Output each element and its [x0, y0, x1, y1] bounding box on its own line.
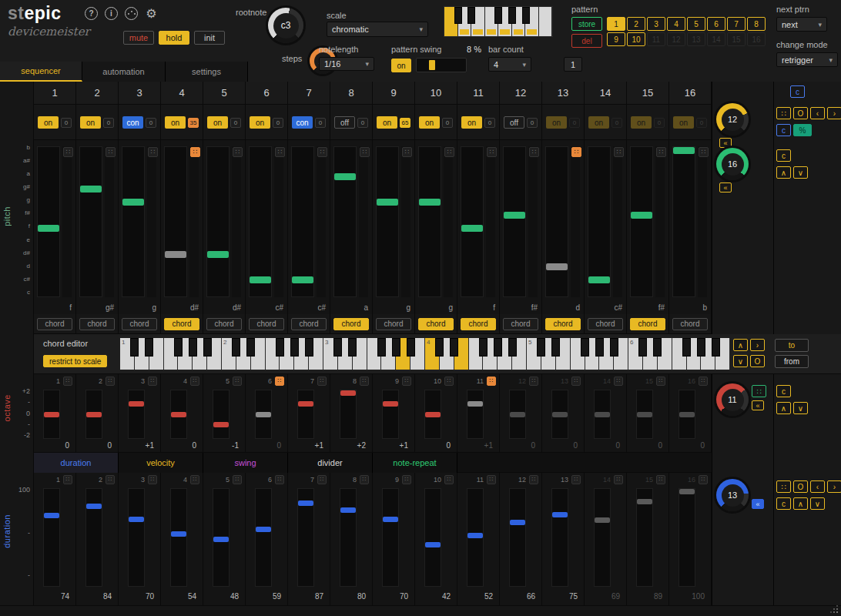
dice-icon[interactable]: ∷: [571, 377, 581, 386]
chord-button[interactable]: chord: [672, 318, 708, 330]
gate-button[interactable]: on: [165, 116, 186, 129]
gate-value-badge[interactable]: 0: [357, 118, 368, 128]
pitch-slider-handle[interactable]: [122, 199, 144, 206]
chord-button[interactable]: chord: [37, 318, 72, 330]
dice-icon[interactable]: ∷: [614, 147, 624, 157]
pitch-slider-handle[interactable]: [334, 173, 356, 180]
mute-button[interactable]: mute: [123, 31, 154, 45]
chord-button[interactable]: chord: [333, 318, 369, 330]
pitch-slider[interactable]: [164, 146, 187, 297]
copy-row-button[interactable]: c: [790, 85, 805, 98]
gate-button[interactable]: on: [419, 116, 440, 129]
copy-button[interactable]: c: [776, 124, 791, 136]
octave-slider-handle[interactable]: [467, 401, 483, 407]
duration-slider[interactable]: [678, 488, 695, 587]
random-dice-button[interactable]: ∷: [752, 385, 766, 397]
pattern-delete-button[interactable]: del: [571, 34, 602, 48]
octave-slider[interactable]: [85, 390, 102, 439]
octave-up-button[interactable]: ∧: [776, 402, 791, 414]
octave-length-knob[interactable]: 11: [716, 383, 749, 416]
pattern-button-5[interactable]: 5: [687, 17, 705, 31]
octave-slider[interactable]: [297, 390, 314, 439]
chord-button[interactable]: chord: [503, 318, 538, 330]
midi-icon[interactable]: [125, 7, 138, 20]
pitch-slider-handle[interactable]: [673, 147, 695, 154]
piano-key-black[interactable]: [508, 338, 517, 357]
pitch-slider-handle[interactable]: [504, 212, 525, 219]
gate-button[interactable]: con: [292, 116, 313, 129]
duration-slider-handle[interactable]: [637, 499, 652, 504]
octave-slider-handle[interactable]: [340, 390, 356, 396]
octave-slider-handle[interactable]: [425, 412, 441, 417]
duration-slider-handle[interactable]: [298, 500, 313, 506]
piano-key-black[interactable]: [333, 338, 342, 357]
dice-icon[interactable]: ∷: [233, 475, 242, 484]
octave-slider-handle[interactable]: [298, 401, 313, 407]
octave-slider[interactable]: [594, 390, 611, 439]
gate-button[interactable]: on: [588, 116, 609, 129]
pattern-button-6[interactable]: 6: [707, 17, 725, 31]
shift-right-button[interactable]: ›: [827, 480, 841, 493]
octave-slider-handle[interactable]: [552, 412, 568, 417]
dice-icon[interactable]: ∷: [360, 377, 369, 386]
piano-key-black[interactable]: [610, 338, 618, 357]
piano-key-black[interactable]: [232, 338, 240, 357]
octave-slider-handle[interactable]: [86, 412, 102, 417]
duration-length-knob[interactable]: 13: [716, 479, 749, 511]
duration-slider[interactable]: [170, 488, 187, 587]
octave-slider[interactable]: [382, 390, 399, 439]
gate-value-badge[interactable]: 0: [230, 118, 241, 128]
pitch-slider-handle[interactable]: [461, 225, 483, 232]
piano-key-black[interactable]: [653, 338, 662, 357]
chord-reset-button[interactable]: O: [750, 355, 765, 367]
duration-slider-handle[interactable]: [552, 512, 568, 517]
dice-icon[interactable]: ∷: [275, 147, 285, 157]
octave-slider[interactable]: [551, 390, 568, 439]
duration-slider[interactable]: [509, 488, 526, 587]
duration-slider-handle[interactable]: [256, 527, 271, 532]
chord-button[interactable]: chord: [206, 318, 242, 330]
pattern-button-2[interactable]: 2: [627, 17, 645, 31]
gate-value-badge[interactable]: 0: [527, 118, 538, 128]
gate-value-badge[interactable]: 0: [273, 118, 283, 128]
dice-icon[interactable]: ∷: [233, 147, 243, 157]
duration-slider[interactable]: [424, 488, 441, 587]
pitch-slider[interactable]: [79, 146, 102, 297]
pitch-slider[interactable]: [376, 146, 399, 297]
chord-button[interactable]: chord: [79, 318, 115, 330]
duration-slider-handle[interactable]: [510, 520, 525, 525]
duration-slider[interactable]: [636, 488, 653, 587]
gate-button[interactable]: on: [461, 116, 482, 129]
octave-slider-handle[interactable]: [679, 412, 695, 417]
piano-key-black[interactable]: [189, 338, 197, 357]
dice-icon[interactable]: ∷: [656, 475, 665, 484]
pitch-slider[interactable]: [672, 146, 695, 297]
chord-button[interactable]: chord: [249, 318, 284, 330]
octave-slider-handle[interactable]: [510, 412, 525, 417]
octave-slider-handle[interactable]: [44, 412, 59, 417]
pattern-button-13[interactable]: 13: [687, 32, 705, 46]
dice-icon[interactable]: ∷: [571, 475, 581, 484]
piano-key-black[interactable]: [638, 338, 647, 357]
rootnote-knob[interactable]: c3: [268, 8, 303, 43]
copy-button[interactable]: c: [776, 385, 791, 397]
dice-icon[interactable]: ∷: [402, 377, 411, 386]
octave-slider[interactable]: [424, 390, 441, 439]
gate-button[interactable]: on: [80, 116, 101, 129]
octave-slider[interactable]: [636, 390, 653, 439]
octave-slider-handle[interactable]: [256, 412, 271, 417]
duration-slider[interactable]: [594, 488, 611, 587]
gate-value-badge[interactable]: 35: [188, 118, 199, 128]
chord-button[interactable]: chord: [630, 318, 665, 330]
pitch-slider[interactable]: [249, 146, 272, 297]
random-dice-button[interactable]: ∷: [776, 107, 791, 119]
pitch-range-knob[interactable]: 16: [716, 148, 749, 180]
octave-slider[interactable]: [170, 390, 187, 439]
dice-icon[interactable]: ∷: [402, 475, 411, 484]
pitch-slider[interactable]: [206, 146, 230, 297]
duration-slider-handle[interactable]: [467, 533, 483, 538]
scale-dropdown[interactable]: chromatic ▾: [327, 22, 428, 37]
collapse-button[interactable]: «: [752, 499, 764, 509]
pitch-slider[interactable]: [630, 146, 653, 297]
duration-slider-handle[interactable]: [679, 489, 695, 494]
